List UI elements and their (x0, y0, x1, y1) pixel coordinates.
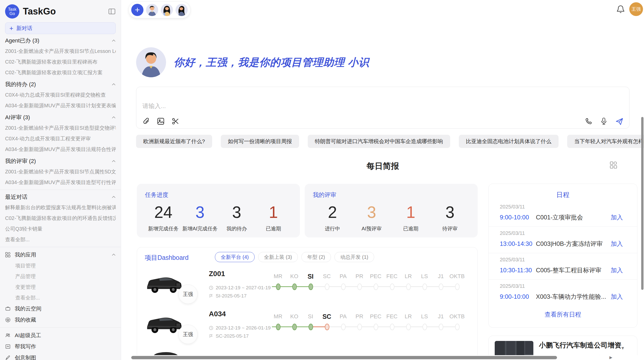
avatar-contact-1[interactable] (146, 4, 158, 16)
scissors-icon[interactable] (171, 117, 180, 125)
sidebar-item[interactable]: Z001-全新燃油轻卡产品开发项目SI造型提交物评审 (5, 123, 116, 133)
schedule-item: 2025/03/11 9:00-10:00 C001-立项审批会 加入 (489, 200, 637, 227)
milestone-dot (390, 283, 394, 290)
sidebar-item[interactable]: A034-全新新能源MUV产品开发项目法规符合性评审 (5, 144, 116, 155)
section-header-my-todo[interactable]: 我的待办 (2) (5, 79, 116, 89)
milestone-label: PA (335, 312, 351, 321)
sidebar-item-favorites[interactable]: 我的收藏 (5, 314, 116, 325)
notification-bell-icon[interactable] (616, 5, 625, 14)
suggestion-chip[interactable]: 如何写一份清晰的项目周报 (221, 135, 299, 148)
schedule-date: 2025/03/11 (500, 257, 623, 263)
sidebar-item[interactable]: C02-飞腾新能源轻客改款项目立项汇报方案 (5, 67, 116, 78)
stat-ai-pre-review: 3 AI预评审 (352, 203, 391, 232)
schedule-title: 日程 (489, 190, 637, 199)
milestone-track: MR KO SI SC PA PR PEC FEC LR LS J1 OKTB (270, 272, 465, 292)
suggestion-chip[interactable]: 比亚迪全固态电池计划具体说了什么 (459, 135, 559, 148)
my-review-title: 我的评审 (313, 191, 470, 199)
flag-icon (209, 334, 213, 338)
sidebar-item[interactable]: Z001-全新燃油皮卡产品开发项目SI节点Lesson Learn报告 (5, 46, 116, 56)
milestone-dot (439, 324, 443, 330)
join-meeting-link[interactable]: 加入 (611, 240, 623, 248)
sidebar-item[interactable]: C0X4-动力总成开发项目SI里程碑提交物检查 (5, 89, 116, 100)
join-meeting-link[interactable]: 加入 (611, 213, 623, 221)
project-row-a034[interactable]: 王强 A034 2023-12-19 ~ 2026-01-19 SC-2025-… (137, 308, 477, 348)
dashboard-filters: 全新平台 (4) 全新上装 (3) 年型 (2) 动总开发 (1) (215, 252, 374, 262)
sidebar-item[interactable]: Z001-全新燃油轻卡产品开发项目SI节点属性5D文件评审 (5, 166, 116, 177)
sidebar-collapse-icon[interactable] (108, 8, 116, 15)
attachment-icon[interactable] (142, 117, 150, 125)
app-item-project-mgmt[interactable]: 项目管理 (5, 260, 116, 271)
chevron-up-icon (112, 196, 116, 199)
filter-model-year[interactable]: 年型 (2) (301, 252, 331, 262)
sidebar-item-my-apps[interactable]: 我的应用 (5, 249, 116, 260)
new-chat-button[interactable]: + 新对话 (5, 22, 116, 34)
schedule-item: 2025/03/11 10:30-11:30 C005-整车工程目标评审 加入 (489, 253, 637, 280)
filter-powertrain[interactable]: 动总开发 (1) (334, 252, 374, 262)
microphone-icon[interactable] (600, 117, 608, 125)
phone-call-icon[interactable] (584, 117, 593, 125)
filter-new-body[interactable]: 全新上装 (3) (258, 252, 298, 262)
logo-text-top: Task (8, 7, 17, 11)
filter-all-new-platform[interactable]: 全新平台 (4) (215, 252, 255, 262)
avatar-contact-3[interactable] (175, 4, 188, 16)
assistant-avatar (136, 47, 166, 77)
sidebar-item-ai-super-staff[interactable]: AI超级员工 (5, 330, 116, 341)
view-all-chats-link[interactable]: 查看全部... (5, 234, 116, 245)
milestone-label: PR (351, 312, 368, 321)
project-dashboard-card: 项目Dashboard 全新平台 (4) 全新上装 (3) 年型 (2) 动总开… (137, 247, 478, 360)
layout-grid-icon[interactable] (610, 161, 617, 169)
horizontal-scrollbar-thumb[interactable] (131, 356, 557, 359)
section-header-ai-review[interactable]: AI评审 (3) (5, 112, 116, 123)
app-item-product-mgmt[interactable]: 产品管理 (5, 271, 116, 282)
sidebar-item-help-me-write[interactable]: 帮我写作 (5, 341, 116, 352)
sidebar-item[interactable]: A034-全新新能源MUV产品开发项目造型可行性评审 (5, 177, 116, 188)
image-upload-icon[interactable] (157, 117, 165, 125)
divider (0, 247, 121, 247)
join-meeting-link[interactable]: 加入 (611, 293, 623, 301)
milestone-label: MR (270, 312, 286, 321)
recent-chat-item[interactable]: C02-飞腾新能源轻客改款项目的闭环通告反馈情况 (5, 213, 116, 223)
project-row-z001[interactable]: 王强 Z001 2023-12-19 ~ 2027-01-19 SI-2025-… (137, 268, 477, 308)
milestone-dot (374, 283, 378, 290)
milestone-dot (341, 283, 346, 290)
milestone-label: KO (286, 272, 302, 280)
view-all-schedule-link[interactable]: 查看所有日程 (489, 310, 637, 319)
user-avatar[interactable]: 王强 (629, 2, 643, 16)
sidebar-item-cloud-space[interactable]: 我的云空间 (5, 303, 116, 314)
view-all-apps-link[interactable]: 查看全部... (5, 292, 116, 303)
section-header-my-review[interactable]: 我的评审 (2) (5, 156, 116, 166)
app-item-change-mgmt[interactable]: 变更管理 (5, 282, 116, 292)
suggestion-chip[interactable]: 欧洲新规最近颁布了什么? (136, 135, 212, 148)
sidebar-item[interactable]: C0X4-动力总成开发项目工程变更评审 (5, 133, 116, 144)
milestone-dot (390, 324, 394, 330)
suggestion-chip[interactable]: 当下年轻人对汽车外观有怎样的喜好趋势 (567, 135, 644, 148)
milestone-label: FEC (384, 312, 400, 321)
avatar-contact-2[interactable] (161, 4, 173, 16)
daily-brief-title: 每日简报 (367, 161, 399, 171)
dashboard-title: 项目Dashboard (145, 253, 188, 262)
news-title: 小鹏飞行汽车制造公司增资 (539, 341, 631, 350)
sidebar-item[interactable]: C02-飞腾新能源轻客改款项目里程碑画布 (5, 56, 116, 67)
sidebar-item[interactable]: A034-全新新能源MUV产品开发项目计划变更表编写 (5, 100, 116, 111)
add-conversation-button[interactable]: + (131, 4, 143, 16)
recent-chat-item[interactable]: 公司Q3轻卡销量 (5, 223, 116, 234)
people-icon (5, 332, 11, 338)
scroll-down-arrow-icon[interactable]: ▼ (621, 346, 625, 351)
scroll-right-arrow-icon[interactable]: ▶ (609, 355, 612, 360)
logo-text-bottom: Go (9, 11, 15, 16)
schedule-time: 13:00-14:30 (500, 240, 536, 247)
milestone-label: OKTB (449, 272, 465, 280)
apps-grid-icon (5, 252, 11, 258)
horizontal-scrollbar[interactable] (121, 355, 644, 360)
vertical-scrollbar-thumb[interactable] (641, 117, 643, 290)
join-meeting-link[interactable]: 加入 (611, 266, 623, 274)
chat-input[interactable] (142, 102, 448, 110)
section-header-agent-done[interactable]: Agent已办 (3) (5, 36, 116, 46)
sidebar-item-creative-drawing[interactable]: 创意制图 (5, 352, 116, 360)
send-icon[interactable] (615, 117, 623, 125)
milestone-label: KO (286, 312, 302, 321)
section-header-recent-chats[interactable]: 最近对话 (5, 192, 116, 202)
project-owner-badge: 王强 (178, 284, 198, 304)
recent-chat-item[interactable]: 解释最新出台的欧盟报废车法规再生塑料比例被调至15%... (5, 202, 116, 213)
suggestion-chip[interactable]: 特朗普可能对进口汽车增税会对中国车企造成哪些影响 (308, 135, 450, 148)
